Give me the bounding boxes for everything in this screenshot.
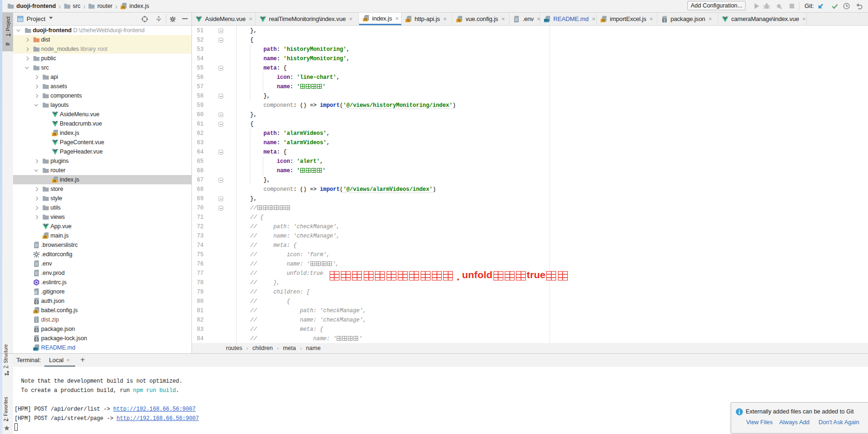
svg-text:JS: JS (121, 6, 126, 9)
svg-text:JS: JS (601, 19, 606, 22)
svg-text:JS: JS (364, 18, 368, 21)
svg-text:{}: {} (34, 300, 39, 305)
svg-text:JS: JS (34, 310, 38, 313)
svg-text:JS: JS (53, 179, 57, 182)
svg-text:JS: JS (43, 235, 48, 238)
svg-text:JS: JS (53, 133, 57, 136)
svg-text:JS: JS (457, 19, 461, 22)
svg-text:{}: {} (662, 17, 667, 22)
svg-text:MD: MD (544, 19, 549, 22)
svg-text:{}: {} (34, 337, 39, 342)
svg-text:MD: MD (34, 347, 38, 350)
svg-text:{}: {} (34, 328, 39, 333)
svg-text:JS: JS (406, 19, 410, 22)
